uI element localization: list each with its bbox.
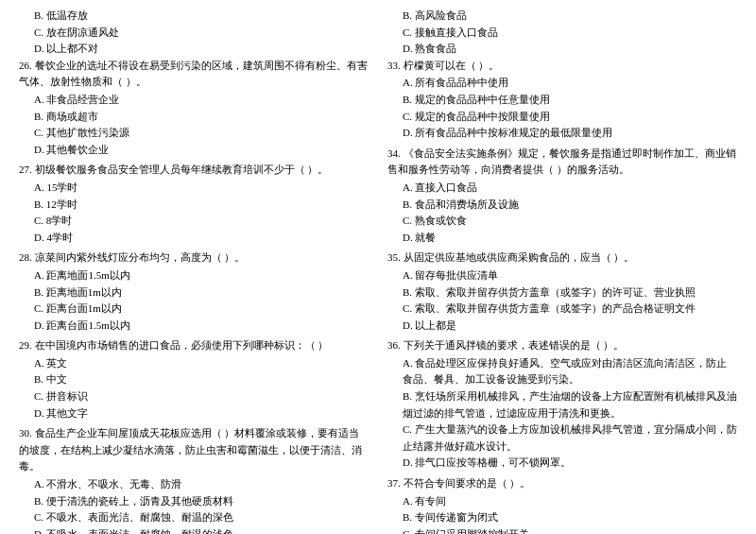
left-column: B. 低温存放C. 放在阴凉通风处D. 以上都不对26. 餐饮企业的选址不得设在… [19,8,369,534]
right-column: B. 高风险食品C. 接触直接入口食品D. 熟食食品33. 柠檬黄可以在（ ）。… [387,8,737,534]
option-item: B. 食品和消费场所及设施 [387,197,737,214]
option-item: A. 非食品经营企业 [19,92,369,109]
option-item: B. 低温存放 [19,8,369,25]
question-text: 36. 下列关于通风拌镜的要求，表述错误的是（ ）。 [387,337,737,354]
option-item: B. 便于清洗的瓷砖上，沥青及其他硬质材料 [19,493,369,510]
question-block: 35. 从固定供应基地或供应商采购食品的，应当（ ）。A. 留存每批供应清单B.… [387,250,737,334]
option-item: C. 接触直接入口食品 [387,25,737,42]
option-item: B. 商场或超市 [19,109,369,126]
option-item: B. 规定的食品品种中任意量使用 [387,92,737,109]
question-text: 30. 食品生产企业车间屋顶成天花板应选用（ ）材料覆涂或装修，要有适当的坡度，… [19,425,369,475]
option-item: C. 规定的食品品种中按限量使用 [387,109,737,126]
option-item: B. 高风险食品 [387,8,737,25]
option-item: B. 专间传递窗为闭式 [387,509,737,526]
question-block: 27. 初级餐饮服务食品安全管理人员每年继续教育培训不少于（ ）。A. 15学时… [19,162,369,246]
option-item: A. 英文 [19,355,369,372]
option-item: B. 12学时 [19,197,369,214]
option-item: D. 以上都是 [387,318,737,335]
option-item: B. 中文 [19,371,369,388]
option-item: D. 就餐 [387,230,737,247]
question-block: 30. 食品生产企业车间屋顶成天花板应选用（ ）材料覆涂或装修，要有适当的坡度，… [19,425,369,534]
option-item: C. 8学时 [19,213,369,230]
content-columns: B. 低温存放C. 放在阴凉通风处D. 以上都不对26. 餐饮企业的选址不得设在… [19,8,737,534]
page-container: B. 低温存放C. 放在阴凉通风处D. 以上都不对26. 餐饮企业的选址不得设在… [19,8,737,534]
option-item: A. 有专间 [387,493,737,510]
question-block: 37. 不符合专间要求的是（ ）。A. 有专间B. 专间传递窗为闭式C. 专间门… [387,475,737,534]
option-item: D. 所有食品品种中按标准规定的最低限量使用 [387,125,737,142]
option-item: C. 拼音标识 [19,388,369,405]
option-item: D. 其他文字 [19,405,369,422]
option-item: D. 以上都不对 [19,41,369,58]
option-item: B. 索取、索取并留存供货方盖章（或签字）的许可证、营业执照 [387,284,737,301]
option-item: D. 排气口应按等格栅，可不锁网罩。 [387,455,737,472]
option-item: C. 其他扩散性污染源 [19,125,369,142]
question-text: 33. 柠檬黄可以在（ ）。 [387,58,737,75]
question-text: 27. 初级餐饮服务食品安全管理人员每年继续教育培训不少于（ ）。 [19,162,369,179]
option-item: D. 其他餐饮企业 [19,142,369,159]
option-item: D. 不吸水、表面光洁、耐腐蚀、耐温的浅色 [19,526,369,534]
option-item: C. 不吸水、表面光洁、耐腐蚀、耐温的深色 [19,509,369,526]
option-item: A. 15学时 [19,180,369,197]
question-block: 28. 凉菜间内紫外线灯应分布均匀，高度为（ ）。A. 距离地面1.5m以内B.… [19,250,369,334]
question-text: 29. 在中国境内市场销售的进口食品，必须使用下列哪种标识：（ ） [19,337,369,354]
option-item: B. 距离地面1m以内 [19,284,369,301]
question-block: 36. 下列关于通风拌镜的要求，表述错误的是（ ）。A. 食品处理区应保持良好通… [387,337,737,472]
option-item: C. 放在阴凉通风处 [19,25,369,42]
question-text: 26. 餐饮企业的选址不得设在易受到污染的区域，建筑周围不得有粉尘、有害气体、放… [19,58,369,91]
question-text: 37. 不符合专间要求的是（ ）。 [387,475,737,492]
option-item: D. 4学时 [19,230,369,247]
question-block: 33. 柠檬黄可以在（ ）。A. 所有食品品种中使用B. 规定的食品品种中任意量… [387,58,737,142]
option-item: D. 距离台面1.5m以内 [19,318,369,335]
question-text: 35. 从固定供应基地或供应商采购食品的，应当（ ）。 [387,250,737,267]
question-text: 34. 《食品安全法实施条例》规定，餐饮服务是指通过即时制作加工、商业销售和服务… [387,146,737,179]
option-item: C. 距离台面1m以内 [19,301,369,318]
option-item: C. 专间门采用脚踏控制开关 [387,526,737,534]
option-item: B. 烹饪场所采用机械排风，产生油烟的设备上方应配置附有机械排风及油烟过滤的排气… [387,388,737,422]
option-item: A. 不滑水、不吸水、无毒、防滑 [19,476,369,493]
option-item: A. 所有食品品种中使用 [387,75,737,92]
option-item: A. 距离地面1.5m以内 [19,267,369,284]
question-block: 29. 在中国境内市场销售的进口食品，必须使用下列哪种标识：（ ）A. 英文B.… [19,337,369,422]
option-item: A. 直接入口食品 [387,180,737,197]
question-text: 28. 凉菜间内紫外线灯应分布均匀，高度为（ ）。 [19,250,369,267]
question-block: 26. 餐饮企业的选址不得设在易受到污染的区域，建筑周围不得有粉尘、有害气体、放… [19,58,369,159]
option-item: C. 熟食或饮食 [387,213,737,230]
option-item: A. 留存每批供应清单 [387,267,737,284]
question-block: 34. 《食品安全法实施条例》规定，餐饮服务是指通过即时制作加工、商业销售和服务… [387,146,737,247]
option-item: A. 食品处理区应保持良好通风、空气或应对由清洁区流向清洁区，防止食品、餐具、加… [387,355,737,388]
option-item: D. 熟食食品 [387,41,737,58]
option-item: C. 索取、索取并留存供货方盖章（或签字）的产品合格证明文件 [387,301,737,318]
option-item: C. 产生大量蒸汽的设备上方应加设机械排风排气管道，宜分隔成小间，防止结露并做好… [387,422,737,455]
